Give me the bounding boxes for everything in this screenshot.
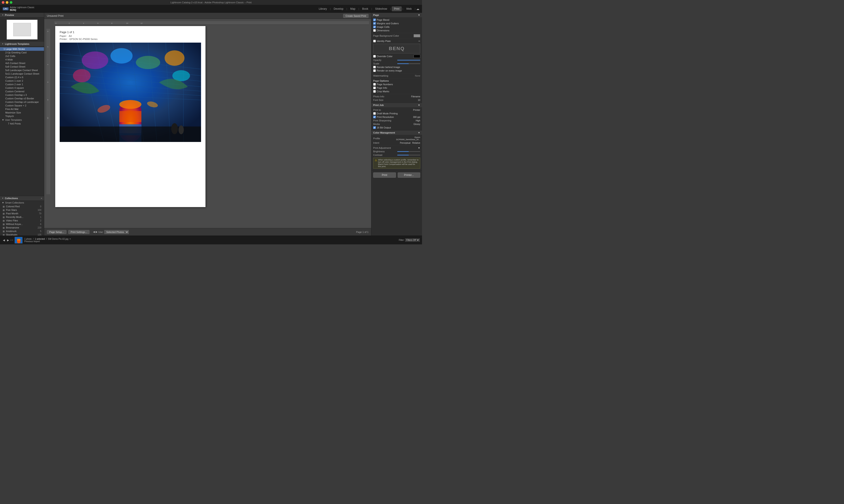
smart-collections-group[interactable]: ▼ Smart Collections [0, 201, 44, 205]
filmstrip: ◀ ▶ 1 photo / 1 selected / SW Demo Pic-0… [0, 236, 422, 245]
filter-select[interactable]: Filters Off Flagged Rated [405, 238, 420, 242]
collection-bresnanone[interactable]: ▦ Bresnanone 220 [0, 226, 44, 229]
print-job-header[interactable]: Print Job ▼ [372, 103, 422, 107]
template-section-header[interactable]: ▼ Lightroom Templates [0, 42, 44, 47]
template-item[interactable]: Custom (2) 4 x 6 [0, 75, 44, 79]
page-setup-button[interactable]: Page Setup... [47, 230, 67, 234]
watermarking-label: Watermarking [373, 74, 414, 77]
identity-plate-checkbox[interactable] [373, 40, 376, 42]
contrast-slider[interactable] [397, 155, 420, 156]
template-item[interactable]: Custom Overlap x3 Border [0, 97, 44, 100]
nav-book[interactable]: Book [360, 6, 370, 11]
brightness-slider[interactable] [397, 151, 420, 152]
template-item[interactable]: 4x5 Contact Sheet [0, 61, 44, 65]
collection-five-stars[interactable]: ▦ Five Stars 100 [0, 208, 44, 212]
collection-stockholm[interactable]: ▦ Stockholm 125 [0, 233, 44, 236]
preview-section-header[interactable]: ▼ Preview [0, 13, 44, 17]
print-button[interactable]: Print [373, 173, 396, 178]
collection-icon: ▦ [3, 212, 5, 215]
collections-header[interactable]: ▼ Collections + [0, 196, 44, 201]
print-resolution-checkbox[interactable] [373, 116, 376, 118]
template-item[interactable]: Triptych [0, 114, 44, 118]
minimize-button[interactable] [6, 1, 8, 4]
nav-library[interactable]: Library [316, 6, 329, 11]
template-item[interactable]: 5x11 Landscape Contact Sheet [0, 72, 44, 75]
filmstrip-thumbnail[interactable] [15, 237, 22, 244]
print-settings-button[interactable]: Print Settings... [68, 230, 90, 234]
image-cells-checkbox[interactable] [373, 25, 376, 28]
identity-plate-preview: BENQ [373, 44, 420, 53]
filmstrip-nav-next[interactable]: ▶ [6, 239, 10, 242]
nav-print[interactable]: Print [392, 6, 402, 11]
nav-prev[interactable]: ◀ [93, 231, 95, 233]
page-bleed-checkbox[interactable] [373, 19, 376, 21]
identity-plate-edit-icon[interactable]: ✏ [418, 40, 420, 42]
filmstrip-nav-prev[interactable]: ◀ [2, 239, 5, 242]
override-color-checkbox[interactable] [373, 55, 376, 58]
profile-value: Epson SCP5000_SemiGloss_20... [394, 136, 420, 141]
create-saved-print-button[interactable]: Create Saved Print [343, 14, 368, 18]
scale-slider[interactable] [397, 64, 420, 64]
template-item-7x6[interactable]: 7 4x6 Prints [0, 122, 44, 125]
svg-point-18 [165, 50, 185, 66]
nav-map[interactable]: Map [348, 6, 358, 11]
template-item[interactable]: 2-Up Greeting Card [0, 51, 44, 54]
margins-gutters-checkbox[interactable] [373, 22, 376, 25]
template-item[interactable]: 2x2 Cells [0, 54, 44, 58]
image-cells-row: Image Cells [373, 25, 420, 29]
render-behind-checkbox[interactable] [373, 66, 376, 69]
template-item[interactable]: 5x8 Contact Sheet [0, 65, 44, 69]
dimensions-checkbox[interactable] [373, 29, 376, 32]
render-on-every-checkbox[interactable] [373, 69, 376, 72]
nav-slideshow[interactable]: Slideshow [373, 6, 390, 11]
close-button[interactable] [2, 1, 4, 4]
contrast-row: Contrast [373, 153, 420, 157]
printer-info: Printer: EPSON SC-P5000 Series [60, 38, 201, 40]
nav-next[interactable]: ▶ [96, 231, 98, 233]
page-info-checkbox[interactable] [373, 87, 376, 89]
bit-output-checkbox[interactable] [373, 126, 376, 129]
template-item[interactable]: Custom Square + 2 [0, 104, 44, 107]
collection-without-keywords[interactable]: ▦ Without Keyw... 6 [0, 222, 44, 226]
opacity-slider[interactable] [397, 60, 420, 60]
override-color-swatch[interactable] [414, 55, 420, 58]
collection-video-files[interactable]: ▦ Video Files 2 [0, 219, 44, 222]
media-value: Glossy [413, 123, 420, 125]
nav-develop[interactable]: Develop [331, 6, 346, 11]
collection-count: 1 [40, 216, 41, 218]
collection-past-month[interactable]: ▦ Past Month 79 [0, 212, 44, 215]
print-adjustment-collapse-icon: ▼ [418, 147, 420, 149]
draft-mode-checkbox[interactable] [373, 112, 376, 115]
user-templates-group[interactable]: ▼ User Templates [0, 118, 44, 122]
color-management-header[interactable]: Color Management ▼ [372, 130, 422, 135]
collection-icon: ▦ [3, 230, 5, 232]
template-item[interactable]: 5x9 Landscape Contact Sheet [0, 69, 44, 72]
template-toggle-icon: ▼ [2, 43, 4, 45]
collection-innsbruck[interactable]: ▦ Innsbruck 5 [0, 229, 44, 233]
draft-mode-label: Draft Mode Printing [377, 112, 398, 115]
template-item[interactable]: Maximize Size [0, 111, 44, 114]
collection-icon: ▦ [3, 234, 5, 236]
add-collection-button[interactable]: + [41, 197, 42, 200]
svg-point-30 [178, 125, 184, 134]
use-select[interactable]: Selected Photos All Photos [104, 230, 129, 234]
template-item-custom-centered[interactable]: Custom Centered [0, 90, 44, 93]
page-section-header[interactable]: Page ▼ [372, 13, 422, 17]
template-item[interactable]: 4 Wide [0, 58, 44, 61]
template-item[interactable]: Custom 4 square [0, 86, 44, 90]
template-item[interactable]: Custom Overlap x3 Landscape [0, 100, 44, 104]
template-item[interactable]: Custom Overlap x 3 [0, 93, 44, 97]
cloud-icon[interactable]: ☁ [416, 7, 419, 11]
collection-recently-modified[interactable]: ▦ Recently Modi... 1 [0, 215, 44, 219]
template-item[interactable]: Custom 2 over 1 [0, 83, 44, 86]
printer-button[interactable]: Printer... [398, 173, 420, 178]
maximize-button[interactable] [10, 1, 12, 4]
page-numbers-checkbox[interactable] [373, 83, 376, 86]
template-item-active[interactable]: 1 Large With Stroke [0, 47, 44, 51]
collection-colored-red[interactable]: ▦ Colored Red 0 [0, 205, 44, 208]
nav-web[interactable]: Web [404, 6, 414, 11]
template-item[interactable]: Fine Art Mat [0, 107, 44, 111]
template-item[interactable]: Custom 1 over 2 [0, 79, 44, 83]
crop-marks-checkbox[interactable] [373, 90, 376, 93]
bg-color-swatch[interactable] [414, 34, 420, 37]
